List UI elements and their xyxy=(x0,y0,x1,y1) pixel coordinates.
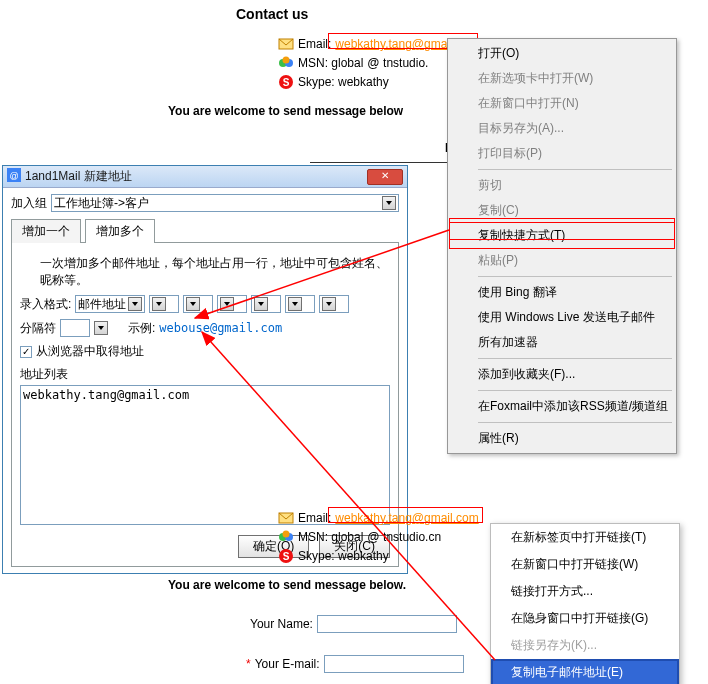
msn-label: MSN: global xyxy=(298,56,363,70)
col-select-5[interactable] xyxy=(285,295,315,313)
ctx2-save-as[interactable]: 链接另存为(K)... xyxy=(491,632,679,659)
ctx-favorites[interactable]: 添加到收藏夹(F)... xyxy=(450,362,674,387)
dropdown-icon[interactable] xyxy=(288,297,302,311)
msn-domain: tnstudio.cn xyxy=(383,530,441,544)
format-select[interactable]: 邮件地址 xyxy=(75,295,145,313)
app-icon: @ xyxy=(7,168,21,185)
welcome-text: You are welcome to send message below xyxy=(168,104,403,118)
format-label: 录入格式: xyxy=(20,296,71,313)
email-label: Your E-mail: xyxy=(255,657,320,671)
browser-checkbox-label: 从浏览器中取得地址 xyxy=(36,343,144,360)
ctx-bing[interactable]: 使用 Bing 翻译 xyxy=(450,280,674,305)
address-list-label: 地址列表 xyxy=(20,366,390,383)
group-label: 加入组 xyxy=(11,195,47,212)
msn-icon xyxy=(278,529,294,545)
svg-point-11 xyxy=(283,531,290,538)
col-select-2[interactable] xyxy=(183,295,213,313)
email-label: Email: xyxy=(298,37,331,51)
ctx2-copy-email[interactable]: 复制电子邮件地址(E) xyxy=(491,659,679,684)
separator xyxy=(478,169,672,170)
contact-msn-row: MSN: global @ tnstudio. xyxy=(278,55,428,71)
ctx2-open-mode[interactable]: 链接打开方式... xyxy=(491,578,679,605)
skype-icon: S xyxy=(278,74,294,90)
at-symbol: @ xyxy=(367,56,379,70)
msn-icon xyxy=(278,55,294,71)
separator xyxy=(478,422,672,423)
ctx-foxmail[interactable]: 在Foxmail中添加该RSS频道/频道组 xyxy=(450,394,674,419)
col-select-3[interactable] xyxy=(217,295,247,313)
context-menu-chrome: 在新标签页中打开链接(T) 在新窗口中打开链接(W) 链接打开方式... 在隐身… xyxy=(490,523,680,684)
separator xyxy=(478,358,672,359)
separator xyxy=(478,390,672,391)
ctx2-open-win[interactable]: 在新窗口中打开链接(W) xyxy=(491,551,679,578)
svg-text:S: S xyxy=(283,77,290,88)
dialog-title: 1and1Mail 新建地址 xyxy=(25,168,132,185)
col-select-6[interactable] xyxy=(319,295,349,313)
skype-label: Skype: webkathy xyxy=(298,549,389,563)
email-icon xyxy=(278,510,294,526)
svg-text:@: @ xyxy=(9,171,18,181)
ctx-cut[interactable]: 剪切 xyxy=(450,173,674,198)
email-label: Email: xyxy=(298,511,331,525)
form-email-row: *Your E-mail: xyxy=(246,655,464,673)
ctx-windowslive[interactable]: 使用 Windows Live 发送电子邮件 xyxy=(450,305,674,330)
dropdown-icon[interactable] xyxy=(322,297,336,311)
col-select-4[interactable] xyxy=(251,295,281,313)
ctx2-open-incognito[interactable]: 在隐身窗口中打开链接(G) xyxy=(491,605,679,632)
note-text: 一次增加多个邮件地址，每个地址占用一行，地址中可包含姓名、昵称等。 xyxy=(40,255,390,289)
contact-skype-row: S Skype: webkathy xyxy=(278,74,389,90)
msn-label: MSN: global xyxy=(298,530,363,544)
dropdown-icon[interactable] xyxy=(382,196,396,210)
dropdown-icon[interactable] xyxy=(186,297,200,311)
email-icon xyxy=(278,36,294,52)
ctx-paste[interactable]: 粘贴(P) xyxy=(450,248,674,273)
ctx-open-win[interactable]: 在新窗口中打开(N) xyxy=(450,91,674,116)
context-menu-ie: 打开(O) 在新选项卡中打开(W) 在新窗口中打开(N) 目标另存为(A)...… xyxy=(447,38,677,454)
dropdown-icon[interactable] xyxy=(254,297,268,311)
skype-icon: S xyxy=(278,548,294,564)
dropdown-icon[interactable] xyxy=(128,297,142,311)
group-select[interactable]: 工作地址簿->客户 xyxy=(51,194,399,212)
email-highlight-box-bottom xyxy=(328,507,483,523)
example-label: 示例: xyxy=(128,320,155,337)
contact-msn-row-2: MSN: global @ tnstudio.cn xyxy=(278,529,441,545)
ctx2-open-tab[interactable]: 在新标签页中打开链接(T) xyxy=(491,524,679,551)
dialog-close-button[interactable]: ✕ xyxy=(367,169,403,185)
group-value: 工作地址簿->客户 xyxy=(54,195,380,212)
skype-label: Skype: webkathy xyxy=(298,75,389,89)
sep-label: 分隔符 xyxy=(20,320,56,337)
email-input[interactable] xyxy=(324,655,464,673)
required-mark: * xyxy=(246,657,251,671)
at-symbol: @ xyxy=(367,530,379,544)
name-label: Your Name: xyxy=(250,617,313,631)
form-name-row: Your Name: xyxy=(250,615,457,633)
ctx-save-target[interactable]: 目标另存为(A)... xyxy=(450,116,674,141)
contact-skype-row-2: S Skype: webkathy xyxy=(278,548,389,564)
ctx-print-target[interactable]: 打印目标(P) xyxy=(450,141,674,166)
msn-domain: tnstudio. xyxy=(383,56,428,70)
ctx-accelerators[interactable]: 所有加速器 xyxy=(450,330,674,355)
tab-add-one[interactable]: 增加一个 xyxy=(11,219,81,243)
tab-add-many[interactable]: 增加多个 xyxy=(85,219,155,243)
ctx-properties[interactable]: 属性(R) xyxy=(450,426,674,451)
welcome-text-2: You are welcome to send message below. xyxy=(168,578,406,592)
separator xyxy=(478,276,672,277)
dropdown-icon[interactable] xyxy=(152,297,166,311)
ctx-copy-shortcut-highlight xyxy=(449,218,675,240)
ctx-open[interactable]: 打开(O) xyxy=(450,41,674,66)
example-value: webouse@gmail.com xyxy=(159,321,282,335)
ctx-open-tab[interactable]: 在新选项卡中打开(W) xyxy=(450,66,674,91)
dialog-titlebar: @ 1and1Mail 新建地址 ✕ xyxy=(3,166,407,188)
dropdown-icon[interactable] xyxy=(94,321,108,335)
name-input[interactable] xyxy=(317,615,457,633)
address-textarea[interactable]: webkathy.tang@gmail.com xyxy=(20,385,390,525)
sep-input[interactable] xyxy=(60,319,90,337)
page-title: Contact us xyxy=(236,6,308,22)
col-select-1[interactable] xyxy=(149,295,179,313)
dropdown-icon[interactable] xyxy=(220,297,234,311)
browser-checkbox[interactable]: ✓ xyxy=(20,346,32,358)
svg-text:S: S xyxy=(283,551,290,562)
svg-point-3 xyxy=(283,57,290,64)
format-value: 邮件地址 xyxy=(78,296,126,313)
